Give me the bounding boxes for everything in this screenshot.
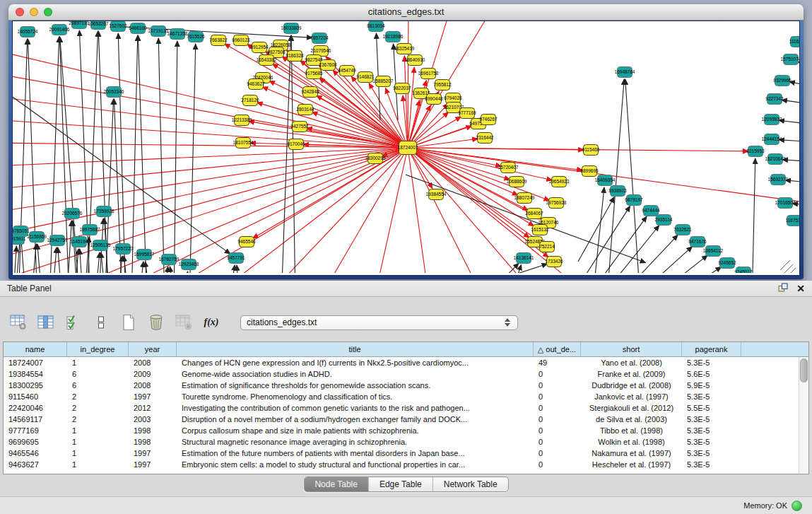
graph-node[interactable]: 18107554 <box>233 138 254 148</box>
graph-node[interactable]: 9474444 <box>642 206 660 216</box>
graph-node[interactable]: 1167533 <box>786 216 799 226</box>
graph-node[interactable]: 15720407 <box>498 163 519 173</box>
table-row[interactable]: 946554611997Estimation of the future num… <box>4 448 808 459</box>
table-row[interactable]: 977716911998Corpus callosum shape and si… <box>4 425 808 436</box>
graph-node[interactable]: 8912954 <box>250 42 269 53</box>
graph-node[interactable]: 9822037 <box>393 83 411 94</box>
graph-node[interactable]: 9329966 <box>773 76 792 86</box>
graph-node[interactable]: 10654112 <box>703 246 724 257</box>
memory-status-indicator[interactable] <box>792 501 802 511</box>
scrollbar-thumb[interactable] <box>800 358 808 382</box>
table-row[interactable]: 1938455462009Genome-wide association stu… <box>4 368 808 380</box>
graph-node[interactable]: 12923468 <box>179 259 199 270</box>
graph-node[interactable]: 20206576 <box>62 209 83 219</box>
graph-node[interactable]: 9899695 <box>580 166 599 177</box>
graph-node[interactable]: 18724007 <box>398 141 418 155</box>
graph-node[interactable]: 19975887 <box>80 225 100 235</box>
graph-node[interactable]: 9457791 <box>227 253 245 264</box>
graph-node[interactable]: 20091406 <box>49 25 70 35</box>
delete-table-icon[interactable] <box>174 313 194 332</box>
graph-node[interactable]: 15885207 <box>373 76 394 87</box>
graph-node[interactable]: 9175685 <box>305 69 323 79</box>
graph-node[interactable]: 9115460 <box>582 145 600 156</box>
graph-node[interactable]: 6879197 <box>625 195 643 206</box>
window-titlebar[interactable]: citations_edges.txt <box>8 4 804 21</box>
graph-node[interactable]: 16995817 <box>134 250 155 260</box>
graph-node[interactable]: 7663822 <box>209 35 228 46</box>
tab-node-table[interactable]: Node Table <box>304 477 369 491</box>
graph-node[interactable]: 12093832 <box>762 115 782 125</box>
graph-node[interactable]: 18325419 <box>394 44 415 54</box>
graph-node[interactable]: 8471676 <box>688 237 707 247</box>
create-column-icon[interactable] <box>119 313 139 332</box>
graph-node[interactable]: 8813054 <box>367 21 385 32</box>
column-header-title[interactable]: title <box>177 342 534 357</box>
graph-node[interactable]: 10688609 <box>507 177 527 187</box>
graph-node[interactable]: 8960123 <box>232 35 250 46</box>
graph-node[interactable]: 12444154 <box>762 134 782 145</box>
close-button[interactable] <box>16 8 24 16</box>
graph-node[interactable]: 9427552 <box>290 122 309 132</box>
graph-node[interactable]: 9245012 <box>734 267 753 274</box>
table-row[interactable]: 946362711997Embryonic stem cells: a mode… <box>4 459 808 470</box>
graph-node[interactable]: 2935114 <box>655 215 673 226</box>
graph-node[interactable]: 1527602 <box>109 21 127 32</box>
column-header-out_de[interactable]: △ out_de... <box>534 342 581 357</box>
graph-node[interactable]: 12505135 <box>90 240 111 251</box>
graph-node[interactable]: 10653267 <box>88 21 109 30</box>
graph-node[interactable]: 18640910 <box>405 55 425 66</box>
float-panel-icon[interactable] <box>778 283 788 294</box>
graph-node[interactable]: 6466160 <box>129 23 147 34</box>
graph-node[interactable]: 16961758 <box>418 69 439 79</box>
tab-edge-table[interactable]: Edge Table <box>369 477 433 491</box>
graph-node[interactable]: 15751074 <box>781 54 799 65</box>
graph-node[interactable]: 16782759 <box>159 255 180 265</box>
graph-node[interactable]: 14055724 <box>18 27 38 37</box>
table-row[interactable]: 2242004622012Investigating the contribut… <box>4 402 808 414</box>
graph-node[interactable]: 16543382 <box>257 55 277 66</box>
table-row[interactable]: 969969511998Structural magnetic resonanc… <box>4 436 808 448</box>
graph-node[interactable]: 9146821 <box>356 72 375 83</box>
graph-node[interactable]: 9746267 <box>479 115 498 125</box>
table-mode-icon[interactable] <box>8 313 28 332</box>
column-visibility-icon[interactable] <box>36 313 56 332</box>
graph-node[interactable]: 9170040 <box>287 139 305 150</box>
graph-node[interactable]: 1145194 <box>71 237 88 247</box>
table-row[interactable]: 1872400712008Changes of HCN gene express… <box>4 357 808 368</box>
graph-node[interactable]: 16409354 <box>595 175 616 186</box>
graph-node[interactable]: 8186328 <box>286 51 304 62</box>
graph-node[interactable]: 9915911 <box>13 234 26 245</box>
graph-node[interactable]: 12942757 <box>47 235 68 246</box>
graph-node[interactable]: 12213383 <box>232 115 252 126</box>
table-source-dropdown[interactable]: citations_edges.txt <box>240 315 518 330</box>
graph-node[interactable]: 14671358 <box>167 29 188 40</box>
graph-node[interactable]: 19384554 <box>426 189 447 200</box>
graph-node[interactable]: 18807249 <box>514 193 535 204</box>
graph-node[interactable]: 7955812 <box>433 80 452 90</box>
table-row[interactable]: 1830029562008Estimation of significance … <box>4 380 808 391</box>
graph-node[interactable]: 15692371 <box>768 175 789 185</box>
graph-node[interactable]: 10719135 <box>148 26 169 37</box>
graph-node[interactable]: 2803144 <box>296 105 314 115</box>
column-header-year[interactable]: year <box>129 342 177 357</box>
graph-node[interactable]: 17957223 <box>113 244 134 255</box>
graph-node[interactable]: 9463627 <box>247 79 265 90</box>
graph-node[interactable]: 7632621 <box>673 225 692 235</box>
graph-node[interactable]: 2367608 <box>319 60 337 71</box>
graph-node[interactable]: 1615132 <box>531 225 549 235</box>
network-view[interactable]: 1405572420091406298971911065326715276026… <box>12 21 800 276</box>
graph-node[interactable]: 9465546 <box>237 237 256 247</box>
zoom-button[interactable] <box>44 8 52 16</box>
tab-network-table[interactable]: Network Table <box>433 477 508 491</box>
graph-node[interactable]: 11156869 <box>27 232 47 243</box>
graph-node[interactable]: 8215953 <box>746 146 765 157</box>
delete-column-icon[interactable] <box>146 313 166 332</box>
minimize-button[interactable] <box>30 8 38 16</box>
close-panel-icon[interactable]: ✕ <box>796 284 805 293</box>
graph-node[interactable]: 19218986 <box>383 32 404 42</box>
graph-node[interactable]: 19756928 <box>546 198 567 209</box>
column-header-short[interactable]: short <box>581 342 682 357</box>
column-header-in_degree[interactable]: in_degree <box>67 342 129 357</box>
column-header-name[interactable]: name <box>4 342 67 357</box>
graph-node[interactable]: 18300295 <box>365 153 386 164</box>
